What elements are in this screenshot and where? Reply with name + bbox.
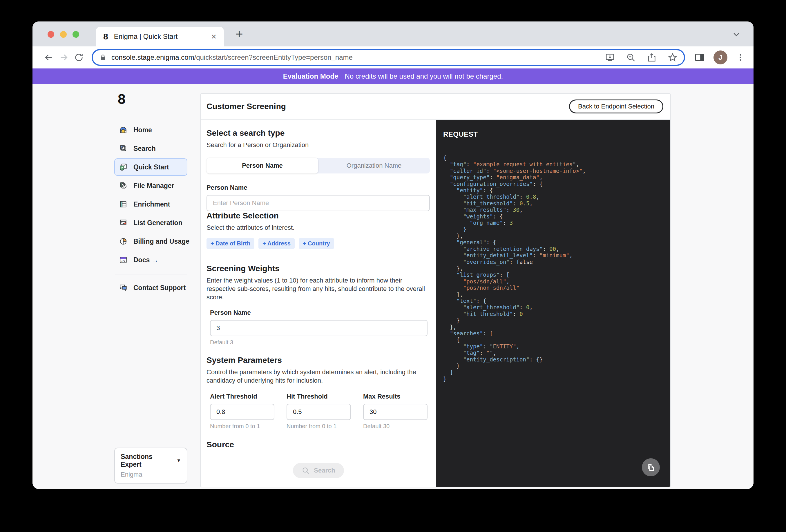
search-type-heading: Select a search type xyxy=(207,129,430,138)
sidebar-item-file-manager[interactable]: File Manager xyxy=(114,177,187,194)
request-panel: REQUEST { "tag": "example request with e… xyxy=(436,120,670,487)
banner-label: Evaluation Mode xyxy=(283,72,339,80)
url-text[interactable]: console.stage.enigma.com/quickstart/scre… xyxy=(111,53,599,62)
hit-threshold-input[interactable] xyxy=(286,404,351,420)
quick-start-shield-icon xyxy=(119,163,128,171)
request-panel-title: REQUEST xyxy=(443,130,665,138)
form-footer: Search xyxy=(201,454,436,487)
search-button[interactable]: Search xyxy=(293,463,344,478)
sidebar-item-home[interactable]: Home xyxy=(114,121,187,139)
browser-window: 8 Enigma | Quick Start × + console.stage… xyxy=(32,21,754,489)
bookmark-star-icon[interactable] xyxy=(668,52,677,62)
tab-strip: 8 Enigma | Quick Start × + xyxy=(32,21,754,46)
screening-form-column: Select a search type Search for a Person… xyxy=(201,120,436,487)
browser-tab[interactable]: 8 Enigma | Quick Start × xyxy=(96,27,224,46)
back-icon[interactable] xyxy=(41,50,56,65)
hit-threshold-label: Hit Threshold xyxy=(286,393,351,400)
sidebar-item-label: Contact Support xyxy=(133,284,186,292)
weight-person-name-label: Person Name xyxy=(210,309,427,317)
zoom-icon[interactable] xyxy=(626,52,636,62)
account-switcher[interactable]: Sanctions Expert ▼ Enigma xyxy=(114,447,187,484)
add-address-chip[interactable]: + Address xyxy=(258,238,295,249)
customer-screening-card: Customer Screening Back to Endpoint Sele… xyxy=(200,93,671,487)
side-panel-icon[interactable] xyxy=(694,52,705,63)
alert-threshold-helper: Number from 0 to 1 xyxy=(210,423,274,430)
max-results-helper: Default 30 xyxy=(363,423,427,430)
window-controls[interactable] xyxy=(48,31,79,38)
url-path: /quickstart/screen?screenEntityType=pers… xyxy=(194,53,353,61)
menu-kebab-icon[interactable] xyxy=(736,53,745,62)
add-country-chip[interactable]: + Country xyxy=(299,238,334,249)
sidebar: 8 Home Search Quick Start File Manager E… xyxy=(114,91,187,298)
browser-toolbar: console.stage.enigma.com/quickstart/scre… xyxy=(32,46,754,68)
tab-person-name[interactable]: Person Name xyxy=(207,158,318,174)
evaluation-banner: Evaluation Mode No credits will be used … xyxy=(32,68,754,84)
max-results-input[interactable] xyxy=(363,404,427,420)
url-bar[interactable]: console.stage.enigma.com/quickstart/scre… xyxy=(92,49,685,66)
tab-close-icon[interactable]: × xyxy=(211,32,216,41)
file-manager-icon xyxy=(119,181,128,190)
source-heading: Source xyxy=(207,440,430,449)
banner-message: No credits will be used and you will not… xyxy=(345,72,503,80)
favicon-enigma-icon: 8 xyxy=(103,32,108,41)
system-parameters-row: Alert Threshold Number from 0 to 1 Hit T… xyxy=(210,393,427,430)
minimize-window-button[interactable] xyxy=(60,31,67,38)
sidebar-item-label: Quick Start xyxy=(133,163,169,171)
sidebar-item-billing-and-usage[interactable]: Billing and Usage xyxy=(114,233,187,250)
alert-threshold-label: Alert Threshold xyxy=(210,393,274,400)
tab-organization-name[interactable]: Organization Name xyxy=(318,158,430,174)
weight-person-name-input[interactable] xyxy=(210,320,427,336)
sidebar-item-quick-start[interactable]: Quick Start xyxy=(114,158,187,176)
sidebar-item-label: Docs → xyxy=(133,256,158,264)
save-page-icon[interactable] xyxy=(605,52,615,62)
billing-pie-icon xyxy=(119,237,128,246)
search-icon xyxy=(302,466,310,475)
sidebar-item-label: File Manager xyxy=(133,182,174,190)
close-window-button[interactable] xyxy=(48,31,54,38)
sidebar-item-docs[interactable]: </> Docs → xyxy=(114,251,187,269)
forward-icon[interactable] xyxy=(56,50,71,65)
reload-icon[interactable] xyxy=(71,50,87,65)
sidebar-item-search[interactable]: Search xyxy=(114,140,187,157)
page-title: Customer Screening xyxy=(207,102,286,111)
person-name-input[interactable] xyxy=(207,195,430,211)
sidebar-item-list-generation[interactable]: List Generation xyxy=(114,214,187,231)
card-header: Customer Screening Back to Endpoint Sele… xyxy=(201,94,670,120)
svg-text:</>: </> xyxy=(121,260,126,262)
attribute-selection-heading: Attribute Selection xyxy=(207,211,430,221)
system-parameters-description: Control the parameters by which system d… xyxy=(207,368,427,385)
add-date-of-birth-chip[interactable]: + Date of Birth xyxy=(207,238,254,249)
screening-weights-description: Enter the weight values (1 to 10) for ea… xyxy=(207,276,427,301)
copy-icon xyxy=(647,463,655,472)
attribute-chips: + Date of Birth + Address + Country xyxy=(207,238,430,249)
sidebar-divider xyxy=(115,274,187,274)
sidebar-item-contact-support[interactable]: Contact Support xyxy=(114,279,187,297)
avatar[interactable]: J xyxy=(714,50,727,64)
account-name: Sanctions Expert xyxy=(121,453,173,468)
screening-weights-heading: Screening Weights xyxy=(207,264,430,273)
back-to-endpoint-selection-button[interactable]: Back to Endpoint Selection xyxy=(569,99,663,113)
weight-helper: Default 3 xyxy=(210,339,427,346)
max-results-label: Max Results xyxy=(363,393,427,400)
person-name-label: Person Name xyxy=(207,184,430,191)
alert-threshold-input[interactable] xyxy=(210,404,274,420)
tab-strip-chevron-down-icon[interactable] xyxy=(732,29,741,40)
sidebar-item-label: Home xyxy=(133,126,152,134)
account-org: Enigma xyxy=(121,471,181,478)
sidebar-item-label: List Generation xyxy=(133,219,182,227)
enigma-logo: 8 xyxy=(118,92,187,106)
share-icon[interactable] xyxy=(647,52,657,62)
app-content: 8 Home Search Quick Start File Manager E… xyxy=(32,84,754,489)
hit-threshold-helper: Number from 0 to 1 xyxy=(286,423,351,430)
contact-support-chat-icon xyxy=(119,283,128,292)
maximize-window-button[interactable] xyxy=(72,31,79,38)
new-tab-button[interactable]: + xyxy=(235,27,243,41)
copy-request-button[interactable] xyxy=(642,458,660,476)
attribute-selection-subheading: Select the attributes of interest. xyxy=(207,223,430,232)
url-domain: console.stage.enigma.com xyxy=(111,53,194,61)
sidebar-item-label: Billing and Usage xyxy=(133,237,189,246)
search-type-subheading: Search for a Person or Organization xyxy=(207,141,430,149)
sidebar-item-enrichment[interactable]: Enrichment xyxy=(114,195,187,213)
system-parameters-heading: System Parameters xyxy=(207,356,430,365)
lock-icon xyxy=(99,54,107,61)
